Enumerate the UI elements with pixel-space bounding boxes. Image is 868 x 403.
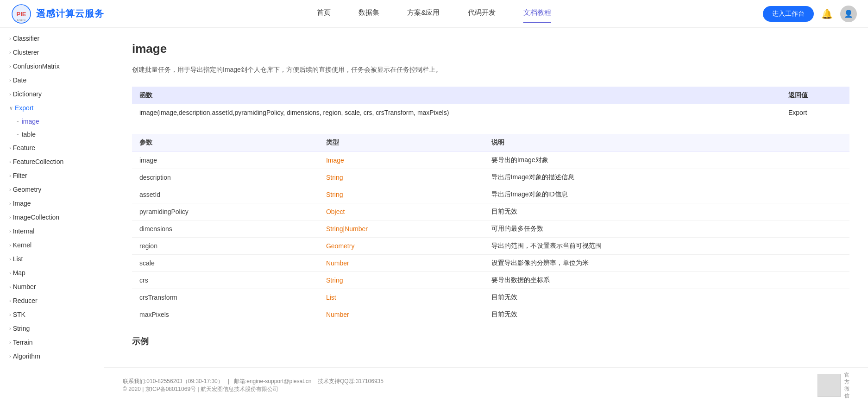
logo-area: PIE Engine 遥感计算云服务 bbox=[11, 4, 104, 24]
chevron-right-icon: › bbox=[9, 50, 11, 55]
nav-docs[interactable]: 文档教程 bbox=[523, 8, 551, 19]
layout: › Classifier › Clusterer › ConfusionMatr… bbox=[0, 28, 868, 403]
chevron-right-icon: › bbox=[9, 312, 11, 317]
qr-code-image bbox=[818, 374, 841, 397]
sidebar-item-map[interactable]: › Map bbox=[0, 266, 104, 280]
sidebar-item-list[interactable]: › List bbox=[0, 252, 104, 266]
nav-solutions[interactable]: 方案&应用 bbox=[407, 8, 440, 19]
sidebar-item-filter[interactable]: › Filter bbox=[0, 169, 104, 183]
sidebar-item-imagecollection[interactable]: › ImageCollection bbox=[0, 210, 104, 224]
params-header-name: 参数 bbox=[132, 134, 319, 152]
sidebar-item-confusionmatrix[interactable]: › ConfusionMatrix bbox=[0, 59, 104, 73]
table-row: description String 导出后Image对象的描述信息 bbox=[132, 169, 849, 186]
chevron-right-icon: › bbox=[9, 298, 11, 303]
sidebar-subitem-table[interactable]: table bbox=[17, 128, 104, 141]
sidebar-item-feature[interactable]: › Feature bbox=[0, 141, 104, 155]
svg-text:Engine: Engine bbox=[17, 19, 26, 21]
chevron-down-icon: ∨ bbox=[9, 105, 13, 111]
param-type-cell: String|Number bbox=[319, 220, 484, 237]
param-desc-cell: 导出后Image对象的描述信息 bbox=[484, 169, 849, 186]
table-row: image Image 要导出的Image对象 bbox=[132, 151, 849, 169]
sidebar-item-number[interactable]: › Number bbox=[0, 280, 104, 294]
param-desc-cell: 导出的范围，不设置表示当前可视范围 bbox=[484, 237, 849, 254]
main-content: image 创建批量任务，用于导出指定的Image到个人仓库下，方便后续的直接使… bbox=[104, 28, 868, 403]
sidebar-item-algorithm[interactable]: › Algorithm bbox=[0, 349, 104, 363]
table-row: region Geometry 导出的范围，不设置表示当前可视范围 bbox=[132, 237, 849, 254]
sidebar-subitem-image[interactable]: image bbox=[17, 115, 104, 128]
param-desc-cell: 导出后Image对象的ID信息 bbox=[484, 186, 849, 203]
footer: 联系我们:010-82556203（09:30-17:30） | 邮箱:engi… bbox=[104, 367, 868, 403]
param-name-cell: description bbox=[132, 169, 319, 186]
params-header-desc: 说明 bbox=[484, 134, 849, 152]
header: PIE Engine 遥感计算云服务 首页 数据集 方案&应用 代码开发 文档教… bbox=[0, 0, 868, 28]
table-row: crs String 要导出数据的坐标系 bbox=[132, 271, 849, 289]
footer-qr-label: 官 方 微 信 bbox=[844, 372, 849, 399]
param-type-cell: Image bbox=[319, 151, 484, 169]
param-type-cell: Number bbox=[319, 254, 484, 271]
sidebar-item-featurecollection[interactable]: › FeatureCollection bbox=[0, 155, 104, 169]
sidebar: › Classifier › Clusterer › ConfusionMatr… bbox=[0, 28, 104, 389]
api-signature-table: 函数 返回值 image(image,description,assetId,p… bbox=[132, 87, 849, 121]
chevron-right-icon: › bbox=[9, 201, 11, 206]
params-header-type: 类型 bbox=[319, 134, 484, 152]
table-row: pyramidingPolicy Object 目前无效 bbox=[132, 203, 849, 220]
footer-contact: 联系我们:010-82556203（09:30-17:30） | 邮箱:engi… bbox=[123, 378, 384, 385]
chevron-right-icon: › bbox=[9, 214, 11, 220]
sidebar-item-internal[interactable]: › Internal bbox=[0, 224, 104, 238]
chevron-right-icon: › bbox=[9, 63, 11, 69]
api-table-header-func: 函数 bbox=[132, 87, 781, 104]
sidebar-item-kernel[interactable]: › Kernel bbox=[0, 238, 104, 252]
chevron-right-icon: › bbox=[9, 353, 11, 359]
chevron-right-icon: › bbox=[9, 256, 11, 262]
table-row: scale Number 设置导出影像的分辨率，单位为米 bbox=[132, 254, 849, 271]
param-type-cell: Object bbox=[319, 203, 484, 220]
param-type-cell: String bbox=[319, 186, 484, 203]
param-type-cell: Number bbox=[319, 306, 484, 323]
enter-workspace-button[interactable]: 进入工作台 bbox=[763, 6, 814, 22]
param-desc-cell: 目前无效 bbox=[484, 289, 849, 306]
sidebar-item-clusterer[interactable]: › Clusterer bbox=[0, 45, 104, 59]
sidebar-item-geometry[interactable]: › Geometry bbox=[0, 183, 104, 196]
api-func-cell: image(image,description,assetId,pyramidi… bbox=[132, 104, 781, 121]
header-right: 进入工作台 🔔 👤 bbox=[763, 6, 857, 22]
sidebar-item-string[interactable]: › String bbox=[0, 321, 104, 335]
sidebar-item-classifier[interactable]: › Classifier bbox=[0, 31, 104, 45]
param-desc-cell: 可用的最多任务数 bbox=[484, 220, 849, 237]
footer-left: 联系我们:010-82556203（09:30-17:30） | 邮箱:engi… bbox=[123, 378, 384, 393]
logo-text: 遥感计算云服务 bbox=[36, 7, 104, 20]
table-row: dimensions String|Number 可用的最多任务数 bbox=[132, 220, 849, 237]
chevron-right-icon: › bbox=[9, 187, 11, 192]
param-desc-cell: 目前无效 bbox=[484, 306, 849, 323]
page-description: 创建批量任务，用于导出指定的Image到个人仓库下，方便后续的直接使用，任务会被… bbox=[132, 64, 849, 76]
page-title: image bbox=[132, 42, 849, 56]
param-name-cell: scale bbox=[132, 254, 319, 271]
param-desc-cell: 要导出的Image对象 bbox=[484, 151, 849, 169]
param-desc-cell: 设置导出影像的分辨率，单位为米 bbox=[484, 254, 849, 271]
chevron-right-icon: › bbox=[9, 173, 11, 178]
sidebar-item-export[interactable]: ∨ Export bbox=[0, 101, 104, 115]
nav-home[interactable]: 首页 bbox=[317, 8, 331, 19]
param-name-cell: assetId bbox=[132, 186, 319, 203]
table-row: crsTransform List 目前无效 bbox=[132, 289, 849, 306]
param-name-cell: dimensions bbox=[132, 220, 319, 237]
sidebar-item-reducer[interactable]: › Reducer bbox=[0, 294, 104, 308]
sidebar-item-terrain[interactable]: › Terrain bbox=[0, 335, 104, 349]
sidebar-item-dictionary[interactable]: › Dictionary bbox=[0, 87, 104, 101]
chevron-right-icon: › bbox=[9, 284, 11, 290]
nav-datasets[interactable]: 数据集 bbox=[359, 8, 379, 19]
nav-code[interactable]: 代码开发 bbox=[468, 8, 496, 19]
sidebar-item-date[interactable]: › Date bbox=[0, 73, 104, 87]
sidebar-item-stk[interactable]: › STK bbox=[0, 308, 104, 321]
chevron-right-icon: › bbox=[9, 270, 11, 276]
param-type-cell: String bbox=[319, 169, 484, 186]
param-name-cell: image bbox=[132, 151, 319, 169]
chevron-right-icon: › bbox=[9, 159, 11, 164]
sidebar-export-subitems: image table bbox=[0, 115, 104, 141]
chevron-right-icon: › bbox=[9, 326, 11, 331]
sidebar-item-image[interactable]: › Image bbox=[0, 196, 104, 210]
footer-qr-area: 官 方 微 信 bbox=[818, 372, 849, 399]
chevron-right-icon: › bbox=[9, 228, 11, 234]
bell-icon[interactable]: 🔔 bbox=[821, 8, 833, 19]
avatar[interactable]: 👤 bbox=[840, 6, 857, 22]
param-name-cell: maxPixels bbox=[132, 306, 319, 323]
